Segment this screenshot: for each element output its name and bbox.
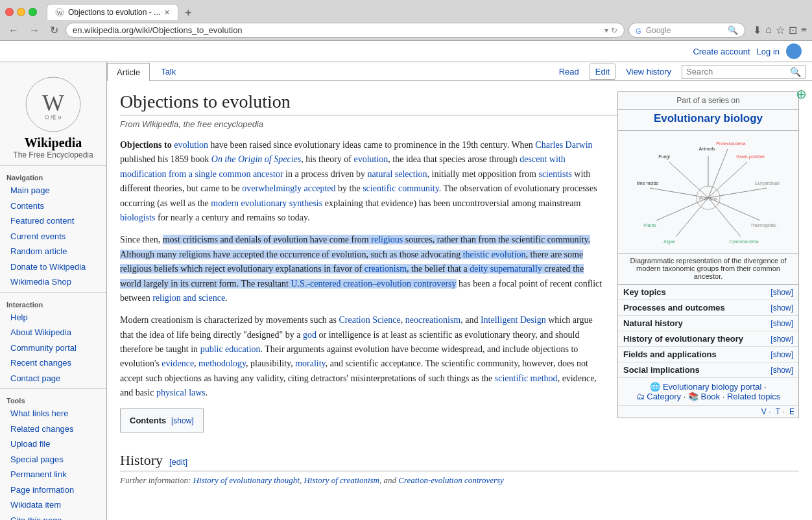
sidebar-item-upload-file[interactable]: Upload file: [0, 436, 106, 452]
vtf-e-link[interactable]: E: [789, 407, 794, 416]
wiki-search-box[interactable]: 🔍: [682, 65, 806, 79]
link-charles-darwin[interactable]: Charles Darwin: [535, 140, 592, 150]
link-evidence[interactable]: evidence: [161, 359, 194, 368]
wiki-content: Article Talk Read Edit View history 🔍 Pa…: [107, 62, 812, 520]
vtf-t-link[interactable]: T: [776, 407, 780, 416]
link-physical-laws[interactable]: physical laws: [156, 388, 206, 397]
sidebar-item-featured-content[interactable]: Featured content: [0, 213, 106, 229]
link-religion-science[interactable]: religion and science: [152, 293, 225, 303]
sync-icon[interactable]: ⊡: [789, 24, 797, 36]
svg-text:W: W: [57, 10, 63, 16]
tab-title: Objections to evolution - ...: [68, 8, 160, 17]
wiki-search-input[interactable]: [686, 67, 790, 77]
sidebar-item-random-article[interactable]: Random article: [0, 244, 106, 259]
link-overwhelmingly-accepted[interactable]: overwhelmingly accepted: [242, 183, 335, 193]
link-scientific-community[interactable]: scientific community: [363, 183, 439, 193]
wiki-search-button[interactable]: 🔍: [790, 67, 801, 77]
link-biologists[interactable]: biologists: [120, 213, 155, 222]
sidebar-item-contents[interactable]: Contents: [0, 198, 106, 214]
sidebar-item-cite-this-page[interactable]: Cite this page: [0, 513, 106, 521]
bookmark-icon[interactable]: ☆: [776, 24, 785, 36]
create-account-link[interactable]: Create account: [693, 47, 750, 56]
category-link[interactable]: 🗂 Category: [636, 392, 681, 401]
link-theistic-evolution[interactable]: theistic evolution: [463, 250, 526, 259]
further-link-1[interactable]: History of evolutionary thought: [193, 475, 300, 485]
address-bar[interactable]: en.wikipedia.org/wiki/Objections_to_evol…: [66, 23, 625, 38]
forward-button[interactable]: →: [26, 23, 43, 38]
menu-icon[interactable]: ≡: [801, 24, 807, 36]
link-morality[interactable]: morality: [295, 359, 326, 368]
link-evolution-2[interactable]: evolution: [353, 154, 388, 164]
svg-text:W: W: [42, 90, 64, 116]
log-in-link[interactable]: Log in: [757, 47, 780, 56]
sidebar-item-permanent-link[interactable]: Permanent link: [0, 467, 106, 482]
download-icon[interactable]: ⬇: [753, 24, 761, 36]
link-creationism[interactable]: creationism: [364, 264, 407, 274]
home-icon[interactable]: ⌂: [765, 24, 772, 36]
browser-search-input[interactable]: [673, 25, 725, 35]
reload-button[interactable]: ↻: [47, 23, 62, 38]
toc-toggle[interactable]: [show]: [171, 416, 194, 425]
vtf-v-link[interactable]: V: [761, 407, 767, 416]
action-view-history[interactable]: View history: [622, 63, 675, 80]
link-evolution-1[interactable]: evolution: [174, 140, 208, 150]
sidebar-item-special-pages[interactable]: Special pages: [0, 452, 106, 467]
portal-link[interactable]: 🌐 Evolutionary biology portal: [650, 382, 761, 392]
link-scientists[interactable]: scientists: [538, 169, 571, 179]
sidebar-item-donate[interactable]: Donate to Wikipedia: [0, 259, 106, 275]
sidebar-item-related-changes[interactable]: Related changes: [0, 421, 106, 437]
sidebar-item-main-page[interactable]: Main page: [0, 183, 106, 198]
book-link[interactable]: 📚 Book: [688, 392, 720, 401]
link-religious[interactable]: religious: [371, 235, 403, 244]
sidebar-item-wikimedia-shop[interactable]: Wikimedia Shop: [0, 274, 106, 290]
link-public-education[interactable]: public education: [200, 344, 261, 354]
link-creation-evolution[interactable]: creation–evolution controversy: [343, 279, 457, 289]
link-modern-evolutionary-synthesis[interactable]: modern evolutionary synthesis: [211, 198, 322, 208]
sidebar-item-page-information[interactable]: Page information: [0, 482, 106, 498]
link-intelligent-design[interactable]: Intelligent Design: [481, 315, 546, 325]
browser-search-bar[interactable]: G Google 🔍: [628, 23, 746, 38]
link-god[interactable]: god: [303, 330, 316, 340]
further-link-2[interactable]: History of creationism: [304, 475, 379, 485]
sidebar-item-help[interactable]: Help: [0, 310, 106, 325]
svg-text:Animals: Animals: [699, 147, 715, 151]
sidebar-item-contact-page[interactable]: Contact page: [0, 371, 106, 386]
tab-favicon: W: [55, 8, 64, 17]
active-tab[interactable]: W Objections to evolution - ... ✕: [47, 4, 178, 20]
sidebar-item-wikidata-item[interactable]: Wikidata item: [0, 497, 106, 513]
tab-talk[interactable]: Talk: [151, 62, 185, 80]
action-edit[interactable]: Edit: [590, 64, 615, 80]
link-descent-modification[interactable]: descent with modification from a single …: [120, 154, 566, 178]
svg-text:G: G: [636, 27, 641, 34]
link-neocreationism[interactable]: neocreationism: [405, 315, 461, 325]
green-plus-icon[interactable]: ⊕: [796, 86, 807, 102]
further-link-3[interactable]: Creation-evolution controversy: [398, 475, 504, 485]
back-button[interactable]: ←: [5, 23, 22, 38]
title-bar: W Objections to evolution - ... ✕ +: [0, 0, 812, 20]
section-history-edit-link[interactable]: [edit]: [169, 457, 187, 467]
link-creation-science[interactable]: Creation Science: [339, 315, 400, 325]
link-deity[interactable]: deity supernaturally: [470, 264, 542, 274]
new-tab-button[interactable]: +: [181, 6, 196, 20]
tab-article[interactable]: Article: [107, 63, 150, 81]
url-text: en.wikipedia.org/wiki/Objections_to_evol…: [73, 25, 601, 35]
related-topics-link[interactable]: Related topics: [727, 392, 780, 401]
link-us-centered[interactable]: U.S.-centered: [291, 279, 340, 289]
sidebar-item-what-links-here[interactable]: What links here: [0, 406, 106, 421]
sidebar-item-community-portal[interactable]: Community portal: [0, 340, 106, 356]
maximize-button[interactable]: [29, 8, 37, 16]
infobox-row-key-topics: Key topics [show]: [618, 285, 798, 300]
infobox-series-label: Part of a series on: [618, 92, 798, 110]
sidebar-item-current-events[interactable]: Current events: [0, 229, 106, 244]
search-submit-icon[interactable]: 🔍: [728, 25, 738, 35]
link-scientific-method[interactable]: scientific method: [495, 373, 558, 383]
link-natural-selection[interactable]: natural selection: [367, 169, 427, 179]
sidebar-item-recent-changes[interactable]: Recent changes: [0, 355, 106, 371]
tab-close-icon[interactable]: ✕: [164, 8, 170, 17]
sidebar-item-about-wikipedia[interactable]: About Wikipedia: [0, 325, 106, 340]
close-button[interactable]: [5, 8, 14, 16]
link-origin-of-species[interactable]: On the Origin of Species: [211, 154, 301, 164]
minimize-button[interactable]: [17, 8, 25, 16]
action-read[interactable]: Read: [555, 63, 583, 80]
link-methodology[interactable]: methodology: [198, 359, 246, 368]
